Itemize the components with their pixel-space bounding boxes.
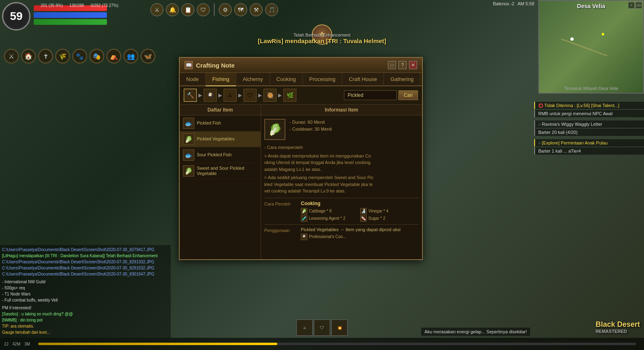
quest-item-0[interactable]: ⭕ Tidak Diterima : [Lv.56] [Shai Talent.… [534, 102, 644, 109]
nav-icon-6[interactable]: 🗺 [234, 3, 247, 16]
nav-icon-2[interactable]: 🔔 [166, 3, 179, 16]
ingredients-grid: 🥬 Cabbage * 8 🍶 Vinegar * 4 🧪 Leavening … [301, 208, 419, 222]
chat-line-1: [LilHagu] mendapatkan [III TRI : Dandeli… [2, 253, 169, 258]
usage-title: Pickled Vegetables → Item yang dapat dip… [301, 227, 419, 232]
ing-icon-0: 🥬 [301, 208, 307, 214]
modal-book-icon: 📖 [185, 61, 193, 69]
bottom-stat-2: 42M [13, 342, 20, 346]
quest-item-1: RMB untuk pergi menemui NPC Awal [534, 110, 644, 117]
breadcrumb-arrow-4: ▶ [257, 92, 263, 98]
penggunaan-label: Penggunaan [264, 227, 301, 240]
breadcrumb-icon-3[interactable]: ⚔ [224, 89, 237, 102]
chat-line-3: C:\Users\Prassetya\Documents\Black Deser… [2, 265, 169, 271]
modal-controls: □ ? ✕ [388, 61, 417, 69]
tab-node[interactable]: Node [180, 73, 206, 85]
ing-text-0: Cabbage * 8 [309, 209, 332, 213]
top-stats: 201 (35.9%) 130/288 0/292 (73.27%) [41, 3, 118, 8]
search-input[interactable] [344, 90, 397, 100]
tab-fishing[interactable]: Fishing [206, 73, 236, 86]
breadcrumb-arrow-5: ▶ [277, 92, 283, 98]
nav-icon-4[interactable]: 🛡 [197, 3, 210, 16]
item-name-2: Sour Pickled Fish [197, 152, 232, 158]
item-thumb-3: 🥬 [183, 165, 194, 177]
quest-item-5: Barter 1 kali ... aTier4 [534, 147, 644, 155]
game-subtitle: REMASTERED [596, 329, 640, 334]
usage-item-0: 🍳 Professional's Coo... [301, 234, 419, 240]
list-item[interactable]: 🐟 Sour Pickled Fish [180, 147, 261, 163]
bottom-stat-3: 3M [24, 342, 30, 346]
list-item[interactable]: 🥬 Pickled Vegetables [180, 131, 261, 147]
ing-text-1: Vinegar * 4 [368, 209, 388, 213]
hud-icon-5[interactable]: 🐾 [72, 49, 87, 63]
modal-help-btn[interactable]: ? [398, 61, 407, 69]
item-list-panel: Daftar Item 🐟 Pickled Fish 🥬 Pickled Veg… [180, 105, 261, 259]
crafting-note-modal: 📖 Crafting Note □ ? ✕ Node Fishing Alche… [179, 57, 423, 260]
item-info-header: Informasi Item [261, 105, 422, 116]
tab-alchemy[interactable]: Alchemy [236, 73, 270, 85]
breadcrumb-icon-5[interactable]: 🥘 [263, 89, 276, 102]
weight-stat: 130/288 [69, 3, 84, 8]
chat-guild-1: - International NW Guild [2, 279, 169, 284]
breadcrumb-icon-6[interactable]: 🌿 [283, 89, 296, 102]
hud-icon-7[interactable]: ⛺ [107, 49, 121, 63]
item-thumb-1: 🥬 [183, 133, 194, 145]
quest-panel: ⭕ Tidak Diterima : [Lv.56] [Shai Talent.… [534, 102, 644, 155]
nav-icon-7[interactable]: ⚒ [250, 3, 263, 16]
tab-cooking[interactable]: Cooking [270, 73, 303, 85]
hud-icon-8[interactable]: 👥 [124, 49, 138, 63]
search-button[interactable]: Cari [398, 90, 418, 100]
hud-icon-3[interactable]: ✝ [38, 49, 53, 63]
list-item[interactable]: 🥬 Sweet and Sour Pickled Vegetable [180, 163, 261, 179]
hud-icon-6[interactable]: 🎭 [89, 49, 104, 63]
skill-slot-3[interactable]: 💥 [331, 319, 348, 336]
exp-bar-bottom [38, 343, 636, 345]
chat-player-2: [NMMB] : din bring pot [2, 317, 169, 323]
hud-icon-1[interactable]: ⚔ [4, 49, 19, 63]
skill-slot-1[interactable]: ⚔ [296, 319, 313, 336]
sta-bar: 100.0% [34, 19, 107, 25]
chat-line-4: C:\Users\Prassetya\Documents\Black Deser… [2, 271, 169, 277]
stat-bars: 3533/3533 614/614 100.0% [34, 5, 107, 25]
chat-guild-2: - 500gs+ req [2, 285, 169, 291]
nav-icon-5[interactable]: ⚙ [219, 3, 232, 16]
minimap-zoom-in[interactable]: + [628, 2, 635, 9]
breadcrumb-icon-2[interactable]: 🍳 [204, 89, 217, 102]
hud-icon-2[interactable]: 🏠 [21, 49, 36, 63]
item-how-to-get: - Cara memperoleh > Anda dapat memproduk… [264, 144, 419, 195]
recipe-title: Cooking [301, 201, 419, 206]
ing-text-3: Sugar * 2 [368, 216, 385, 221]
minimap-2d-toggle[interactable]: 2D [635, 2, 642, 9]
tab-gathering[interactable]: Gathering [384, 73, 420, 85]
list-item[interactable]: 🐟 Pickled Fish [180, 116, 261, 131]
cara-peroleh-section: Cara Peroleh Cooking 🥬 Cabbage * 8 🍶 Vin… [264, 198, 419, 224]
tab-crafthouse[interactable]: Craft House [342, 73, 384, 85]
hud-icon-4[interactable]: 🌾 [55, 49, 70, 63]
ap-stat: 201 (35.9%) [41, 3, 63, 8]
how-to-get-line-1: > Anda dapat memproduksi item ini menggu… [264, 153, 419, 173]
hud-icons-row: ⚔ 🏠 ✝ 🌾 🐾 🎭 ⛺ 👥 🦋 [4, 49, 155, 63]
quest-item-3: Barter 20 kali (4/20) [534, 129, 644, 136]
nav-icon-3[interactable]: 📋 [181, 3, 194, 16]
breadcrumb-icon-1[interactable]: 🔨 [184, 89, 197, 102]
hud-icon-9[interactable]: 🦋 [141, 49, 155, 63]
nav-icon-8[interactable]: 🎵 [265, 3, 278, 16]
modal-close-btn[interactable]: ✕ [409, 61, 417, 69]
nav-icon-1[interactable]: ⚔ [150, 3, 163, 16]
breadcrumb-icon-4[interactable]: 🛡 [244, 89, 257, 102]
mp-row: 614/614 [34, 12, 107, 18]
modal-new-btn[interactable]: □ [388, 61, 396, 69]
ing-icon-3: 🍬 [360, 215, 367, 222]
quest-item-4[interactable]: ○ [Explore] Permintaan Anak Pulau [534, 139, 644, 147]
skill-slot-2[interactable]: 🛡 [314, 319, 330, 336]
quest-item-2[interactable]: ○ Ravinia's Wiggy Waggly Letter [534, 120, 644, 128]
top-navigation: ⚔ 🔔 📋 🛡 ⚙ 🗺 ⚒ 🎵 [150, 3, 278, 16]
modal-tabs: Node Fishing Alchemy Cooking Processing … [180, 73, 422, 86]
tab-processing[interactable]: Processing [303, 73, 342, 85]
chat-tip-1: TIP: ara otomatis. [2, 324, 169, 329]
item-name-3: Sweet and Sour Pickled Vegetable [197, 166, 257, 176]
modal-content: Daftar Item 🐟 Pickled Fish 🥬 Pickled Veg… [180, 105, 422, 259]
minimap-player [602, 33, 604, 35]
ingredient-2: 🧪 Leavening Agent * 2 [301, 215, 359, 222]
ingredient-0: 🥬 Cabbage * 8 [301, 208, 359, 214]
level-display: 59 [2, 2, 30, 31]
